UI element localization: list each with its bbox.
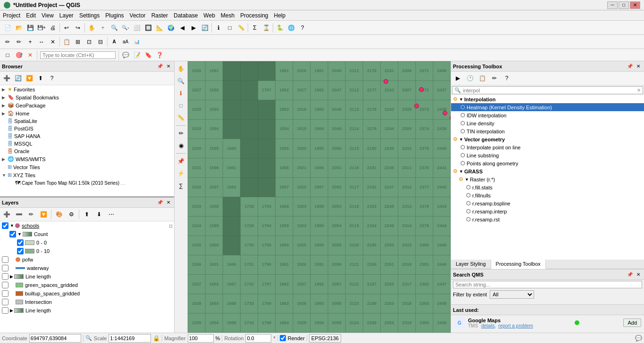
menu-settings[interactable]: Settings: [76, 11, 102, 20]
browser-item-home[interactable]: ▶ 🏠 Home: [0, 109, 174, 117]
proc-tool-resamp-bspline[interactable]: ⬡ r.resamp.bspline: [451, 199, 644, 207]
zoom-in-button[interactable]: 🔍: [109, 23, 119, 33]
proc-history-button[interactable]: 🕐: [465, 73, 475, 83]
menu-web[interactable]: Web: [201, 11, 217, 20]
last-used-report-link[interactable]: report a problem: [498, 323, 533, 328]
new-project-button[interactable]: 📄: [2, 23, 13, 33]
tab-layer-styling[interactable]: Layer Styling: [451, 260, 491, 269]
redo-button[interactable]: ↪: [73, 23, 83, 33]
more-layers-button[interactable]: ⋯: [106, 209, 117, 220]
measure-button[interactable]: 📏: [236, 23, 246, 33]
zoom-in-map-button[interactable]: 🔍: [176, 75, 187, 87]
layer-count[interactable]: ▼ Count: [0, 230, 174, 238]
crs-button[interactable]: EPSG:2136: [309, 334, 341, 343]
layer-expand-button[interactable]: □: [169, 223, 172, 229]
menu-vector[interactable]: Vector: [127, 11, 149, 20]
proc-tool-rfillnulls[interactable]: ⬡ r.fillnulls: [451, 191, 644, 199]
layer-line-length-check[interactable]: [2, 273, 8, 280]
spatial-bookmark-button[interactable]: 🔖: [143, 50, 153, 60]
move-feature-button[interactable]: ↔: [36, 37, 47, 47]
layer-count-0-0-check[interactable]: [17, 239, 24, 246]
print-button[interactable]: 🖨: [48, 23, 58, 33]
last-used-details-link[interactable]: details: [481, 323, 495, 328]
open-layer-styling-button[interactable]: 🎨: [54, 209, 64, 220]
locate-button[interactable]: 🎯: [14, 50, 24, 60]
layer-green-spaces[interactable]: green_spaces_gridded: [0, 281, 174, 289]
zoom-next-button[interactable]: ▶: [188, 23, 199, 33]
layer-green-check[interactable]: [2, 282, 8, 288]
proc-search-input[interactable]: [463, 88, 637, 93]
feature-action-button[interactable]: ⚡: [176, 168, 187, 179]
select-feature-button[interactable]: □: [176, 100, 187, 111]
layer-builtup-check[interactable]: [2, 290, 8, 297]
measure-tool-button[interactable]: 📏: [176, 112, 187, 123]
close-button[interactable]: ✕: [630, 1, 640, 9]
move-up-button[interactable]: ⬆: [82, 209, 92, 220]
edit-button[interactable]: ✏: [14, 37, 24, 47]
proc-group-vector[interactable]: ⚙ ▼ Vector geometry: [451, 135, 644, 143]
browser-item-favorites[interactable]: ▶ ★ Favorites: [0, 85, 174, 93]
menu-view[interactable]: View: [39, 11, 57, 20]
identify-features-button[interactable]: ✕: [25, 50, 35, 60]
zoom-rubber-band-button[interactable]: ⬜: [132, 23, 142, 33]
browser-help-button[interactable]: ?: [47, 73, 57, 83]
layer-pofw-check[interactable]: [2, 256, 8, 263]
menu-database[interactable]: Database: [171, 11, 201, 20]
browser-add-button[interactable]: ➕: [1, 73, 12, 83]
layer-line-length-2[interactable]: ▶ Line length: [0, 306, 174, 315]
annotation-tool-button[interactable]: 📌: [176, 155, 187, 167]
locate-input[interactable]: [40, 51, 116, 59]
browser-refresh-button[interactable]: 🔄: [13, 73, 23, 83]
select-features-button[interactable]: □: [2, 50, 13, 60]
select-all-button[interactable]: ⊞: [73, 37, 83, 47]
move-down-button[interactable]: ⬇: [94, 209, 104, 220]
pan-button[interactable]: ✋: [86, 23, 97, 33]
qms-pin-button[interactable]: 📌: [626, 271, 634, 278]
label-style-button[interactable]: aA: [120, 37, 131, 47]
browser-filter-button[interactable]: 🔽: [24, 73, 34, 83]
layer-builtup[interactable]: builtup_spaces_gridded: [0, 289, 174, 298]
layer-pofw[interactable]: pofw: [0, 255, 174, 264]
layer-schools-check[interactable]: [2, 222, 8, 229]
layer-line-length[interactable]: ▶ Line length: [0, 272, 174, 281]
add-layer-btn[interactable]: Add: [623, 318, 641, 327]
layers-pin-button[interactable]: 📌: [156, 199, 164, 206]
digitize-tool-button[interactable]: ✏: [176, 128, 187, 139]
proc-tool-resamp-interp[interactable]: ⬡ r.resamp.interp: [451, 207, 644, 215]
proc-help-button[interactable]: ?: [502, 73, 512, 83]
layer-waterway-check[interactable]: [2, 265, 8, 271]
map-tips-button[interactable]: 💬: [120, 50, 131, 60]
pan-to-selected-button[interactable]: +: [98, 23, 108, 33]
layer-count-check[interactable]: [9, 231, 16, 237]
filter-select[interactable]: All Current extent: [490, 290, 534, 299]
browser-item-spatialite[interactable]: 🗄 SpatiaLite: [0, 117, 174, 125]
browser-item-postgis[interactable]: 🗄 PostGIS: [0, 125, 174, 132]
layer-properties-button[interactable]: ⚙: [66, 209, 76, 220]
zoom-to-selection-button[interactable]: 📐: [154, 23, 165, 33]
proc-tool-heatmap[interactable]: ⬡ Heatmap (Kernel Density Estimation): [451, 103, 644, 111]
proc-tool-line-density[interactable]: ⬡ Line density: [451, 119, 644, 127]
menu-layer[interactable]: Layer: [57, 11, 76, 20]
maximize-button[interactable]: □: [619, 1, 629, 9]
magnifier-input[interactable]: [188, 334, 214, 343]
menu-project[interactable]: Project: [0, 11, 23, 20]
browser-item-saphana[interactable]: 🗄 SAP HANA: [0, 132, 174, 140]
proc-group-interpolation[interactable]: ⚙ ▼ Interpolation: [451, 95, 644, 103]
zoom-to-layer-button[interactable]: 🔲: [143, 23, 153, 33]
tab-processing-toolbox[interactable]: Processing Toolbox: [491, 260, 546, 269]
add-layer-button[interactable]: ➕: [1, 209, 12, 220]
proc-tool-points-along[interactable]: ⬡ Points along geometry: [451, 159, 644, 167]
attr-table-button[interactable]: 📋: [61, 37, 72, 47]
coordinate-input[interactable]: [29, 334, 81, 343]
layer-schools[interactable]: ▼ schools □: [0, 221, 174, 230]
proc-tool-tin[interactable]: ⬡ TIN interpolation: [451, 127, 644, 135]
layer-intersection[interactable]: Intersection: [0, 298, 174, 306]
render-checkbox[interactable]: [280, 335, 286, 341]
minimize-button[interactable]: ─: [607, 1, 618, 9]
delete-feature-button[interactable]: ✕: [48, 37, 58, 47]
proc-run-button[interactable]: ▶: [452, 73, 463, 83]
proc-pin-button[interactable]: 📌: [626, 63, 634, 70]
zoom-out-button[interactable]: 🔍-: [120, 23, 131, 33]
annotation-button[interactable]: 📝: [132, 50, 142, 60]
menu-help[interactable]: Help: [271, 11, 289, 20]
